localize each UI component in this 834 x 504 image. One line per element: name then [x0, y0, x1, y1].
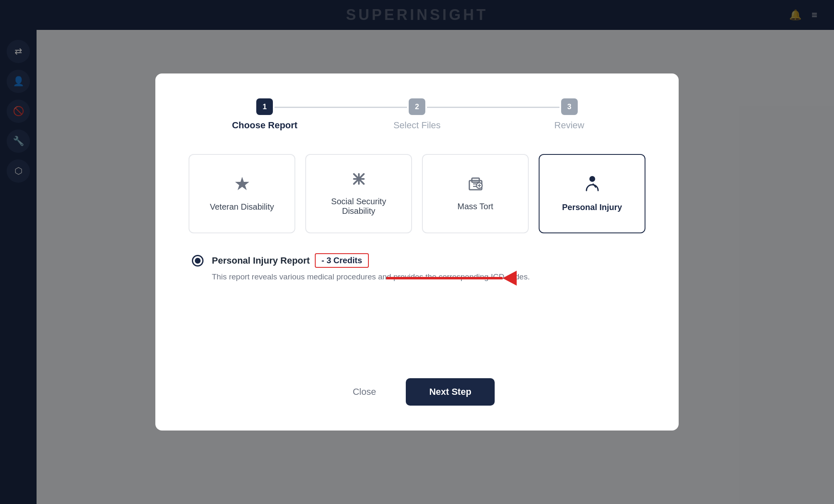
card-personal-injury[interactable]: Personal Injury — [539, 154, 645, 233]
card-social-security-label: Social Security Disability — [314, 197, 403, 216]
card-personal-injury-label: Personal Injury — [562, 203, 622, 212]
step-3-label: Review — [554, 120, 584, 131]
step-3-circle: 3 — [561, 98, 578, 115]
step-choose-report: 1 Choose Report — [189, 98, 341, 131]
step-select-files: 2 Select Files — [341, 98, 493, 131]
report-option-title-text: Personal Injury Report — [212, 255, 310, 266]
radio-inner — [195, 258, 201, 264]
step-2-label: Select Files — [393, 120, 441, 131]
arrow-annotation — [386, 271, 517, 286]
veteran-disability-icon — [234, 176, 250, 196]
step-2-number: 2 — [415, 103, 419, 111]
step-1-number: 1 — [262, 103, 267, 111]
modal-footer: Close Next Step — [189, 368, 645, 406]
social-security-icon — [351, 171, 366, 190]
card-social-security-disability[interactable]: Social Security Disability — [305, 154, 412, 233]
step-3-number: 3 — [567, 103, 572, 111]
close-button[interactable]: Close — [339, 380, 389, 404]
card-mass-tort-label: Mass Tort — [457, 202, 493, 211]
modal-overlay: 1 Choose Report 2 Select Files 3 Review — [0, 0, 834, 504]
radio-button[interactable] — [192, 255, 204, 267]
arrow-head — [503, 271, 517, 286]
step-1-label: Choose Report — [232, 120, 297, 131]
report-type-cards: Veteran Disability Social Security Disab… — [189, 154, 645, 233]
step-review: 3 Review — [493, 98, 645, 131]
step-1-circle: 1 — [256, 98, 273, 115]
svg-point-12 — [589, 176, 595, 182]
card-veteran-disability-label: Veteran Disability — [210, 202, 274, 212]
personal-injury-icon — [585, 176, 600, 196]
modal-dialog: 1 Choose Report 2 Select Files 3 Review — [155, 73, 679, 431]
card-mass-tort[interactable]: Mass Tort — [422, 154, 529, 233]
stepper: 1 Choose Report 2 Select Files 3 Review — [189, 98, 645, 131]
next-step-button[interactable]: Next Step — [406, 378, 494, 406]
spacer — [189, 296, 645, 369]
credits-badge: - 3 Credits — [315, 253, 369, 268]
card-veteran-disability[interactable]: Veteran Disability — [189, 154, 295, 233]
mass-tort-icon — [468, 176, 483, 195]
svg-marker-0 — [235, 177, 249, 190]
report-option-title-row: Personal Injury Report - 3 Credits — [212, 253, 530, 268]
arrow-line — [386, 277, 503, 279]
step-2-circle: 2 — [409, 98, 425, 115]
